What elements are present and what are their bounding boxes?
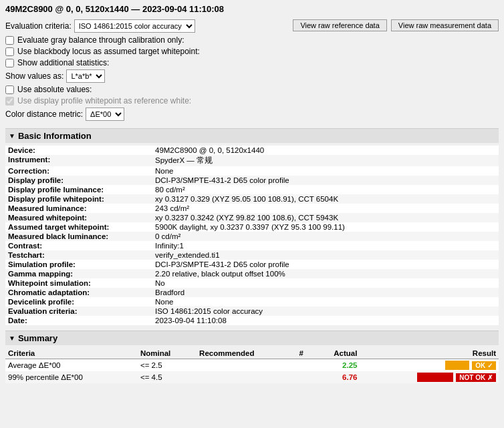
display-profile-row: Use display profile whitepoint as refere… [5,96,293,105]
info-label: Display profile luminance: [5,185,152,194]
additional-stats-checkbox[interactable] [5,59,14,67]
info-value: 243 cd/m² [152,204,499,213]
info-label: Date: [5,316,152,325]
table-row: Correction:None [5,166,499,176]
table-row: Simulation profile:DCI-P3/SMPTE-431-2 D6… [5,260,499,269]
blackbody-label: Use blackbody locus as assumed target wh… [17,47,200,56]
table-row: Display profile:DCI-P3/SMPTE-431-2 D65 c… [5,176,499,185]
summary-cell: <= 2.5 [138,359,197,372]
display-profile-label: Use display profile whitepoint as refere… [17,96,191,105]
color-distance-select[interactable]: ΔE*00 [86,108,124,121]
list-item: 99% percentile ΔE*00<= 4.56.76NOT OK ✗ [5,371,499,383]
basic-info-header: ▼ Basic Information [5,128,499,143]
display-profile-checkbox [5,97,14,105]
info-label: Devicelink profile: [5,297,152,306]
blackbody-checkbox[interactable] [5,47,14,56]
info-value: 2023-09-04 11:10:08 [152,316,499,325]
table-row: Device:49M2C8900 @ 0, 0, 5120x1440 [5,146,499,155]
table-row: Display profile luminance:80 cd/m² [5,185,499,194]
table-row: Chromatic adaptation:Bradford [5,288,499,297]
summary-cell: Average ΔE*00 [5,359,138,372]
table-row: Devicelink profile:None [5,297,499,306]
absolute-values-row: Use absolute values: [5,85,293,94]
info-value: 80 cd/m² [152,185,499,194]
table-row: Instrument:SpyderX — 常规 [5,155,499,166]
info-label: Testchart: [5,250,152,260]
actual-value: 2.25 [312,359,360,372]
main-container: 49M2C8900 @ 0, 0, 5120x1440 — 2023-09-04… [0,0,504,387]
info-value: Bradford [152,288,499,297]
info-value: None [152,166,499,176]
table-row: Measured luminance:243 cd/m² [5,204,499,213]
raw-reference-btn[interactable]: View raw reference data [293,19,386,31]
info-label: Evaluation criteria: [5,306,152,316]
result-badge: OK ✓ [472,361,496,370]
summary-cell [296,371,312,383]
summary-triangle: ▼ [9,335,15,342]
result-bar [445,361,469,370]
criteria-label: Evaluation criteria: [5,21,72,31]
table-row: Whitepoint simulation:No [5,278,499,288]
table-row: Measured black luminance:0 cd/m² [5,232,499,241]
info-value: verify_extended.ti1 [152,250,499,260]
show-values-row: Show values as: L*a*b* [5,69,293,83]
summary-header: ▼ Summary [5,331,499,345]
additional-stats-label: Show additional statistics: [17,58,109,67]
info-label: Whitepoint simulation: [5,278,152,288]
gray-balance-checkbox[interactable] [5,36,14,45]
color-distance-label: Color distance metric: [5,110,83,119]
summary-col-header: Criteria [5,348,138,359]
info-label: Contrast: [5,241,152,250]
summary-cell [296,359,312,372]
info-label: Measured luminance: [5,204,152,213]
info-label: Display profile whitepoint: [5,194,152,204]
absolute-values-checkbox[interactable] [5,85,14,94]
table-row: Evaluation criteria:ISO 14861:2015 color… [5,306,499,316]
gray-balance-label: Evaluate gray balance through calibratio… [17,35,184,45]
info-value: None [152,297,499,306]
table-row: Display profile whitepoint:xy 0.3127 0.3… [5,194,499,204]
summary-col-header: Actual [312,348,360,359]
color-distance-row: Color distance metric: ΔE*00 [5,108,293,121]
info-label: Measured black luminance: [5,232,152,241]
result-cell: OK ✓ [360,359,499,372]
info-value: ISO 14861:2015 color accuracy [152,306,499,316]
raw-measurement-btn[interactable]: View raw measurement data [391,19,499,31]
show-values-select[interactable]: L*a*b* [66,69,105,83]
right-buttons: View raw reference data View raw measure… [293,19,499,31]
info-value: 0 cd/m² [152,232,499,241]
info-label: Assumed target whitepoint: [5,222,152,232]
show-values-label: Show values as: [5,71,64,81]
page-title: 49M2C8900 @ 0, 0, 5120x1440 — 2023-09-04… [5,4,499,14]
summary-col-header: # [296,348,312,359]
info-label: Gamma mapping: [5,269,152,278]
info-value: No [152,278,499,288]
info-label: Measured whitepoint: [5,213,152,222]
summary-cell: 99% percentile ΔE*00 [5,371,138,383]
summary-cell [197,371,296,383]
table-row: Gamma mapping:2.20 relative, black outpu… [5,269,499,278]
list-item: Average ΔE*00<= 2.52.25OK ✓ [5,359,499,372]
info-label: Display profile: [5,176,152,185]
info-label: Device: [5,146,152,155]
criteria-select[interactable]: ISO 14861:2015 color accuracy [74,19,195,33]
result-bar [417,373,453,382]
info-value: Infinity:1 [152,241,499,250]
info-value: 2.20 relative, black output offset 100% [152,269,499,278]
criteria-row: Evaluation criteria: ISO 14861:2015 colo… [5,19,293,33]
header-section: Evaluation criteria: ISO 14861:2015 colo… [5,19,499,123]
basic-info-triangle: ▼ [9,132,15,140]
blackbody-row: Use blackbody locus as assumed target wh… [5,47,293,56]
summary-col-header: Result [360,348,499,359]
table-row: Date:2023-09-04 11:10:08 [5,316,499,325]
table-row: Measured whitepoint:xy 0.3237 0.3242 (XY… [5,213,499,222]
gray-balance-row: Evaluate gray balance through calibratio… [5,35,293,45]
summary-table: CriteriaNominalRecommended#ActualResult … [5,348,499,383]
absolute-values-label: Use absolute values: [17,85,92,94]
basic-info-table: Device:49M2C8900 @ 0, 0, 5120x1440Instru… [5,146,499,325]
table-row: Testchart:verify_extended.ti1 [5,250,499,260]
info-value: 49M2C8900 @ 0, 0, 5120x1440 [152,146,499,155]
table-row: Contrast:Infinity:1 [5,241,499,250]
actual-value: 6.76 [312,371,360,383]
result-badge: NOT OK ✗ [456,373,496,382]
